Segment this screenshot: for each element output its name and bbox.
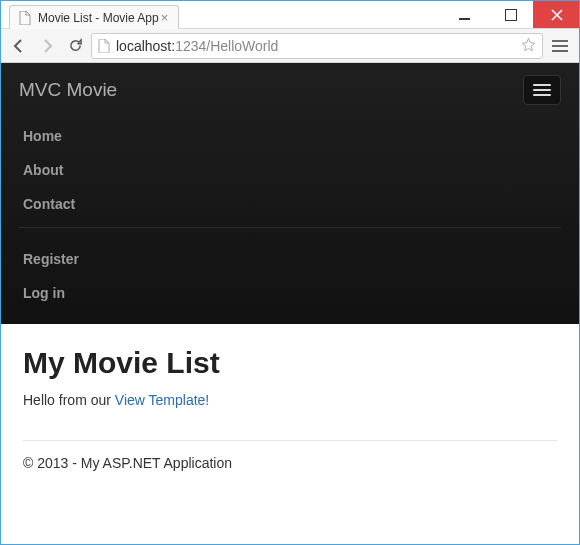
back-button[interactable] bbox=[7, 34, 31, 58]
view-template-link[interactable]: View Template! bbox=[115, 392, 209, 408]
navbar-header: MVC Movie bbox=[19, 75, 561, 105]
nav-item-login[interactable]: Log in bbox=[19, 276, 561, 310]
page-heading: My Movie List bbox=[23, 346, 557, 380]
nav-link[interactable]: Log in bbox=[23, 285, 65, 301]
hamburger-bar-icon bbox=[533, 89, 551, 91]
nav-separator bbox=[19, 227, 561, 228]
bookmark-star-icon[interactable] bbox=[521, 37, 536, 55]
forward-button[interactable] bbox=[35, 34, 59, 58]
browser-toolbar: localhost:1234/HelloWorld bbox=[1, 29, 579, 63]
reload-button[interactable] bbox=[63, 34, 87, 58]
browser-tab[interactable]: Movie List - Movie App × bbox=[9, 5, 179, 29]
minimize-button[interactable] bbox=[441, 1, 487, 28]
site-navbar: MVC Movie Home About Contact Register Lo… bbox=[1, 63, 579, 324]
chrome-menu-button[interactable] bbox=[547, 33, 573, 59]
nav-item-about[interactable]: About bbox=[19, 153, 561, 187]
nav-link[interactable]: Contact bbox=[23, 196, 75, 212]
greeting-prefix: Hello from our bbox=[23, 392, 115, 408]
page-viewport[interactable]: MVC Movie Home About Contact Register Lo… bbox=[1, 63, 579, 544]
svg-rect-0 bbox=[552, 40, 568, 42]
nav-item-contact[interactable]: Contact bbox=[19, 187, 561, 221]
url-path: 1234/HelloWorld bbox=[175, 38, 278, 54]
page-icon bbox=[98, 39, 110, 53]
maximize-button[interactable] bbox=[487, 1, 533, 28]
url-text: localhost:1234/HelloWorld bbox=[116, 38, 278, 54]
spacer bbox=[1, 489, 579, 499]
browser-window: Movie List - Movie App × localhost:123 bbox=[0, 0, 580, 545]
navbar-toggle-button[interactable] bbox=[523, 75, 561, 105]
url-host: localhost: bbox=[116, 38, 175, 54]
tab-close-icon[interactable]: × bbox=[159, 11, 171, 24]
hamburger-bar-icon bbox=[533, 84, 551, 86]
nav-list-main: Home About Contact bbox=[19, 119, 561, 221]
svg-rect-2 bbox=[552, 50, 568, 52]
nav-list-auth: Register Log in bbox=[19, 242, 561, 310]
brand-link[interactable]: MVC Movie bbox=[19, 79, 117, 101]
window-controls bbox=[441, 1, 579, 28]
page-footer: © 2013 - My ASP.NET Application bbox=[1, 451, 579, 489]
file-icon bbox=[18, 11, 32, 25]
nav-link[interactable]: About bbox=[23, 162, 63, 178]
svg-rect-1 bbox=[552, 45, 568, 47]
tab-title: Movie List - Movie App bbox=[38, 11, 159, 25]
nav-item-register[interactable]: Register bbox=[19, 242, 561, 276]
nav-link[interactable]: Home bbox=[23, 128, 62, 144]
hamburger-bar-icon bbox=[533, 94, 551, 96]
nav-item-home[interactable]: Home bbox=[19, 119, 561, 153]
address-bar[interactable]: localhost:1234/HelloWorld bbox=[91, 33, 543, 59]
window-close-button[interactable] bbox=[533, 1, 579, 28]
page-content: My Movie List Hello from our View Templa… bbox=[1, 324, 579, 418]
nav-link[interactable]: Register bbox=[23, 251, 79, 267]
titlebar: Movie List - Movie App × bbox=[1, 1, 579, 29]
greeting-text: Hello from our View Template! bbox=[23, 392, 557, 408]
footer-rule bbox=[23, 440, 557, 441]
